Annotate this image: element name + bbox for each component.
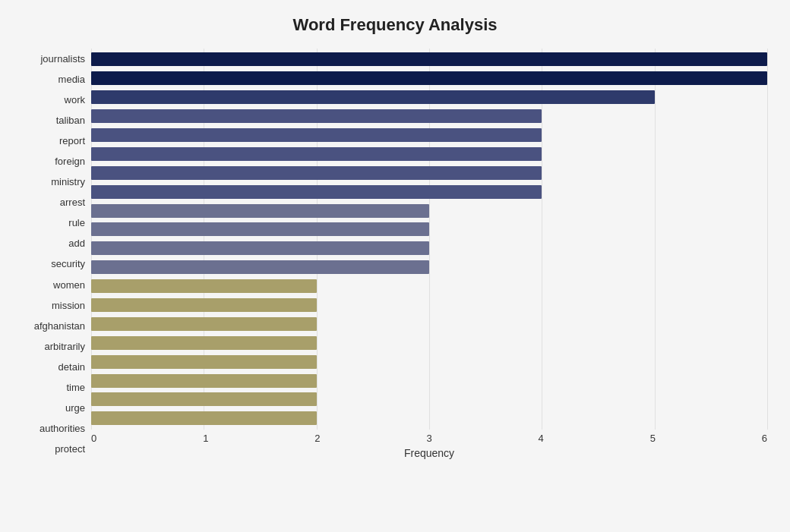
bar xyxy=(91,241,429,255)
y-axis-label: protect xyxy=(55,444,85,454)
bar-row xyxy=(91,240,767,257)
bar-row xyxy=(91,278,767,294)
x-tick: 1 xyxy=(203,433,208,444)
x-tick: 4 xyxy=(539,433,544,444)
bar-row xyxy=(91,165,767,181)
y-axis: journalistsmediaworktalibanreportforeign… xyxy=(23,49,91,459)
bar-row xyxy=(91,51,767,68)
bar-row xyxy=(91,70,767,87)
x-tick: 2 xyxy=(314,433,320,444)
bar-row xyxy=(91,335,767,351)
bar xyxy=(91,336,317,350)
bar xyxy=(91,317,317,331)
bar xyxy=(91,279,317,293)
bar xyxy=(91,411,317,425)
bar xyxy=(91,355,317,369)
bar-row xyxy=(91,391,767,408)
bar-row xyxy=(91,316,767,332)
bars-grid xyxy=(91,49,767,430)
bar xyxy=(91,147,542,161)
bar xyxy=(91,71,767,85)
bar xyxy=(91,298,317,312)
y-axis-label: add xyxy=(68,238,85,248)
bar-row xyxy=(91,127,767,143)
y-axis-label: mission xyxy=(52,301,85,310)
y-axis-label: rule xyxy=(68,218,85,228)
y-axis-label: arrest xyxy=(60,197,85,207)
x-tick: 5 xyxy=(650,433,656,444)
bar xyxy=(91,166,542,180)
bar xyxy=(91,374,317,388)
y-axis-label: journalists xyxy=(40,54,85,64)
bar-row xyxy=(91,373,767,389)
y-axis-label: media xyxy=(58,74,85,84)
chart-area: journalistsmediaworktalibanreportforeign… xyxy=(23,49,767,459)
x-axis: 0123456 xyxy=(91,430,767,444)
bars-wrapper xyxy=(91,49,767,430)
bars-and-x: 0123456 Frequency xyxy=(91,49,767,459)
x-axis-label: Frequency xyxy=(91,447,767,459)
y-axis-label: foreign xyxy=(55,156,85,166)
bar-row xyxy=(91,184,767,200)
bar xyxy=(91,185,542,199)
chart-title: Word Frequency Analysis xyxy=(23,15,767,35)
y-axis-label: taliban xyxy=(56,115,85,125)
x-tick: 6 xyxy=(762,433,767,444)
chart-container: Word Frequency Analysis journalistsmedia… xyxy=(0,0,790,532)
y-axis-label: work xyxy=(65,95,85,105)
bar xyxy=(91,222,429,236)
y-axis-label: women xyxy=(53,280,85,290)
y-axis-label: arbitrarily xyxy=(45,342,85,351)
bar-row xyxy=(91,89,767,105)
bar-row xyxy=(91,297,767,313)
y-axis-label: urge xyxy=(65,403,85,413)
bar xyxy=(91,260,429,274)
bar-row xyxy=(91,146,767,162)
x-tick: 0 xyxy=(91,433,96,444)
bar-row xyxy=(91,410,767,427)
bar-row xyxy=(91,203,767,219)
x-tick: 3 xyxy=(426,433,431,444)
y-axis-label: authorities xyxy=(40,423,85,433)
bar xyxy=(91,392,317,406)
grid-line xyxy=(767,49,768,430)
y-axis-label: report xyxy=(59,136,85,146)
bar-row xyxy=(91,221,767,238)
bar xyxy=(91,109,542,123)
y-axis-label: time xyxy=(66,382,85,392)
bar-row xyxy=(91,108,767,124)
bar-row xyxy=(91,259,767,275)
bar xyxy=(91,52,767,66)
bar xyxy=(91,128,542,142)
y-axis-label: detain xyxy=(58,362,85,372)
bar xyxy=(91,90,655,104)
bar xyxy=(91,204,429,218)
bar-row xyxy=(91,354,767,370)
y-axis-label: ministry xyxy=(51,177,85,187)
y-axis-label: afghanistan xyxy=(34,321,85,331)
y-axis-label: security xyxy=(51,259,85,269)
